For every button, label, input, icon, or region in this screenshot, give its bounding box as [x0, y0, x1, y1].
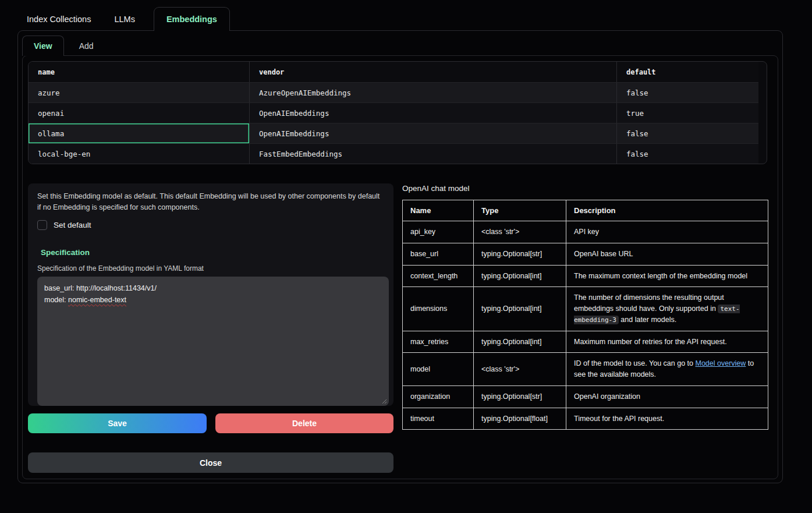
cell-name: local-bge-en: [29, 144, 250, 164]
param-type: typing.Optional[int]: [474, 265, 566, 287]
param-description: OpenAI organization: [566, 385, 768, 408]
param-column-header-type: Type: [474, 200, 566, 221]
param-type: typing.Optional[float]: [474, 408, 566, 430]
cell-default: false: [617, 83, 758, 102]
delete-button[interactable]: Delete: [215, 413, 393, 433]
table-row-ollama[interactable]: ollamaOpenAIEmbeddingsfalse: [29, 123, 758, 143]
column-header-name: name: [29, 62, 250, 82]
param-column-header-description: Description: [566, 200, 768, 221]
table-row-azure[interactable]: azureAzureOpenAIEmbeddingsfalse: [29, 82, 758, 102]
param-row-context-length: context_lengthtyping.Optional[int]The ma…: [403, 265, 768, 287]
param-name: timeout: [403, 408, 474, 430]
param-description: Maximum number of retries for the API re…: [566, 331, 768, 353]
page-root: Index CollectionsLLMsEmbeddings ViewAdd …: [0, 0, 812, 513]
param-type: typing.Optional[str]: [474, 385, 566, 408]
cell-default: false: [617, 144, 758, 164]
column-header-default: default: [617, 62, 758, 82]
cell-name: ollama: [29, 123, 250, 143]
misspelled-word: nomic-embed-text: [68, 296, 126, 304]
param-column-header-name: Name: [403, 200, 474, 221]
param-name: api_key: [403, 221, 474, 243]
cell-name: azure: [29, 83, 250, 102]
cell-vendor: OpenAIEmbeddings: [250, 103, 617, 123]
tab-index-collections[interactable]: Index Collections: [22, 7, 95, 31]
specification-editor[interactable]: base_url: http://localhost:11434/v1/mode…: [37, 277, 389, 406]
param-table-header: NameTypeDescription: [403, 200, 768, 221]
param-name: dimensions: [403, 287, 474, 331]
set-default-row: Set default: [37, 220, 384, 230]
param-type: typing.Optional[int]: [474, 331, 566, 353]
table-row-local-bge-en[interactable]: local-bge-enFastEmbedEmbeddingsfalse: [29, 143, 758, 164]
param-name: base_url: [403, 243, 474, 265]
param-description: API key: [566, 221, 768, 243]
param-name: max_retries: [403, 331, 474, 353]
resize-handle-icon[interactable]: [381, 398, 387, 404]
sub-tab-bar: ViewAdd: [22, 36, 98, 56]
param-name: context_length: [403, 265, 474, 287]
cell-name: openai: [29, 103, 250, 123]
param-row-base-url: base_urltyping.Optional[str]OpenAI base …: [403, 243, 768, 265]
embeddings-table-header: namevendordefault: [29, 62, 758, 82]
param-name: organization: [403, 385, 474, 408]
set-default-checkbox[interactable]: [37, 220, 47, 230]
code-chip: text-embedding-3: [574, 305, 740, 324]
cell-default: false: [617, 123, 758, 143]
cell-vendor: AzureOpenAIEmbeddings: [250, 83, 617, 102]
param-type: <class 'str'>: [474, 353, 566, 386]
cell-vendor: FastEmbedEmbeddings: [250, 144, 617, 164]
subtab-add[interactable]: Add: [75, 36, 98, 56]
embeddings-table-body: azureAzureOpenAIEmbeddingsfalseopenaiOpe…: [29, 82, 758, 164]
subtab-view[interactable]: View: [22, 36, 64, 56]
param-description: OpenAI base URL: [566, 243, 768, 265]
param-description: ID of the model to use. You can go to Mo…: [566, 353, 768, 386]
param-row-timeout: timeouttyping.Optional[float]Timeout for…: [403, 408, 768, 430]
param-type: <class 'str'>: [474, 221, 566, 243]
close-button[interactable]: Close: [28, 452, 393, 473]
set-default-description: Set this Embedding model as default. Thi…: [37, 191, 384, 214]
param-row-dimensions: dimensionstyping.Optional[int]The number…: [403, 287, 768, 331]
param-table: NameTypeDescription api_key<class 'str'>…: [402, 200, 768, 430]
param-type: typing.Optional[int]: [474, 287, 566, 331]
table-row-openai[interactable]: openaiOpenAIEmbeddingstrue: [29, 102, 758, 123]
tab-llms[interactable]: LLMs: [109, 7, 139, 31]
param-row-model: model<class 'str'>ID of the model to use…: [403, 353, 768, 386]
editor-line: base_url: http://localhost:11434/v1/: [44, 282, 382, 295]
set-default-label: Set default: [54, 221, 91, 229]
embeddings-table: namevendordefault azureAzureOpenAIEmbedd…: [28, 61, 767, 164]
tab-embeddings[interactable]: Embeddings: [154, 7, 230, 31]
embedding-detail-panel: Set this Embedding model as default. Thi…: [28, 183, 393, 406]
param-description: Timeout for the API request.: [566, 408, 768, 430]
column-header-vendor: vendor: [250, 62, 617, 82]
save-button[interactable]: Save: [28, 413, 207, 433]
specification-helper-text: Specification of the Embedding model in …: [37, 264, 384, 273]
param-description: The maximum context length of the embedd…: [566, 265, 768, 287]
specification-heading: Specification: [41, 248, 384, 257]
param-row-max-retries: max_retriestyping.Optional[int]Maximum n…: [403, 331, 768, 353]
model-overview-link[interactable]: Model overview: [695, 359, 746, 367]
top-tab-bar: Index CollectionsLLMsEmbeddings: [22, 7, 230, 31]
param-row-api-key: api_key<class 'str'>API key: [403, 221, 768, 243]
param-name: model: [403, 353, 474, 386]
cell-default: true: [617, 103, 758, 123]
param-type: typing.Optional[str]: [474, 243, 566, 265]
cell-vendor: OpenAIEmbeddings: [250, 123, 617, 143]
param-row-organization: organizationtyping.Optional[str]OpenAI o…: [403, 385, 768, 408]
param-description: The number of dimensions the resulting o…: [566, 287, 768, 331]
param-panel-title: OpenAI chat model: [402, 184, 470, 193]
editor-line: model: nomic-embed-text: [44, 294, 382, 306]
